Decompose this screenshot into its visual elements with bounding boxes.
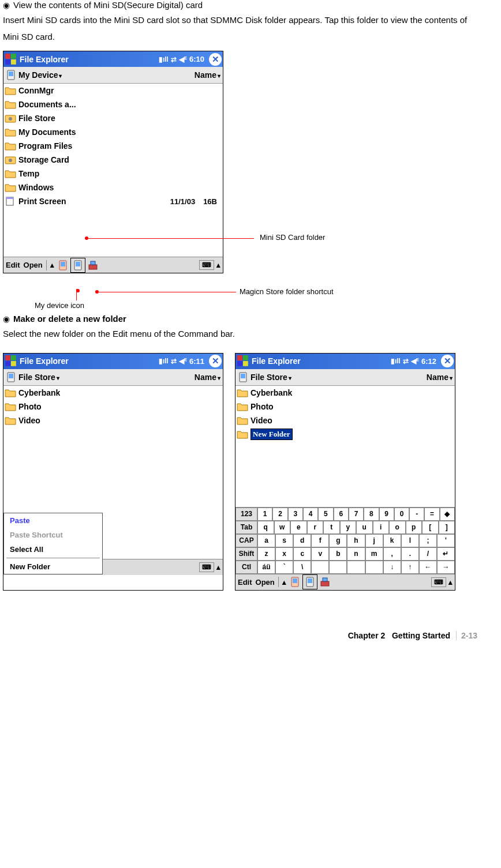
file-item[interactable]: Temp (3, 167, 223, 181)
location-dropdown[interactable]: File Store▾ (250, 373, 291, 382)
file-item[interactable]: Video (235, 414, 455, 427)
on-screen-keyboard[interactable]: 1231234567890-=◆Tabqwertyuiop[]CAPasdfgh… (235, 507, 455, 574)
key[interactable] (329, 561, 347, 574)
key[interactable]: ] (439, 521, 455, 534)
start-icon[interactable] (5, 53, 17, 66)
key[interactable]: j (365, 534, 383, 547)
key[interactable]: . (401, 547, 419, 561)
file-item[interactable]: My Documents (3, 125, 223, 139)
file-item[interactable]: Video (3, 414, 223, 427)
key[interactable] (311, 561, 329, 574)
close-button[interactable]: ✕ (209, 355, 222, 367)
key[interactable]: m (365, 547, 383, 561)
key[interactable]: ' (437, 534, 455, 547)
up-button[interactable]: ▴ (281, 578, 287, 587)
magicn-store-shortcut[interactable] (319, 576, 331, 588)
key[interactable]: 5 (318, 508, 333, 521)
key[interactable] (347, 561, 365, 574)
key[interactable]: c (293, 547, 311, 561)
key[interactable]: u (356, 521, 373, 534)
key[interactable]: [ (422, 521, 439, 534)
close-button[interactable]: ✕ (441, 355, 454, 367)
key[interactable]: → (437, 561, 455, 574)
key[interactable]: 123 (235, 508, 257, 521)
sort-dropdown[interactable]: Name▾ (427, 373, 453, 382)
file-item[interactable]: Windows (3, 181, 223, 194)
key[interactable]: l (401, 534, 419, 547)
key[interactable]: 7 (349, 508, 364, 521)
key[interactable]: w (274, 521, 291, 534)
key[interactable]: ◆ (440, 508, 455, 521)
key[interactable]: / (419, 547, 437, 561)
clock[interactable]: 6:12 (421, 357, 436, 366)
key[interactable]: Shift (235, 547, 257, 561)
menu-new-folder[interactable]: New Folder (4, 559, 102, 574)
file-store-shortcut[interactable] (70, 258, 85, 273)
key[interactable]: 1 (257, 508, 272, 521)
key[interactable]: 4 (303, 508, 318, 521)
key[interactable]: Tab (235, 521, 257, 534)
key[interactable]: v (311, 547, 329, 561)
file-item[interactable]: Program Files (3, 139, 223, 153)
key[interactable]: 8 (364, 508, 379, 521)
key[interactable]: - (409, 508, 424, 521)
file-item[interactable]: Photo (3, 400, 223, 414)
key[interactable]: 6 (334, 508, 349, 521)
menu-select-all[interactable]: Select All (4, 542, 102, 557)
file-store-shortcut[interactable] (302, 574, 317, 589)
start-icon[interactable] (5, 355, 17, 367)
key[interactable]: , (383, 547, 401, 561)
file-item[interactable]: Storage Card (3, 153, 223, 167)
file-item[interactable]: ConnMgr (3, 84, 223, 97)
clock[interactable]: 6:10 (189, 55, 204, 63)
key[interactable]: b (329, 547, 347, 561)
key[interactable]: n (347, 547, 365, 561)
key[interactable]: r (307, 521, 324, 534)
key[interactable]: = (424, 508, 439, 521)
key[interactable]: 3 (288, 508, 303, 521)
sip-arrow[interactable]: ▴ (215, 563, 222, 572)
key[interactable]: y (340, 521, 357, 534)
file-item[interactable]: File Store (3, 111, 223, 125)
speaker-icon[interactable]: ◀ᴱ (179, 55, 187, 63)
key[interactable]: ` (275, 561, 293, 574)
edit-menu[interactable]: Edit (5, 261, 21, 269)
magicn-store-shortcut[interactable] (87, 259, 99, 272)
speaker-icon[interactable]: ◀ᴱ (179, 357, 187, 365)
key[interactable]: ; (419, 534, 437, 547)
key[interactable]: h (347, 534, 365, 547)
key[interactable]: k (383, 534, 401, 547)
key[interactable]: ↑ (401, 561, 419, 574)
sync-icon[interactable]: ⇄ (171, 357, 177, 365)
signal-icon[interactable]: ▮ıll (159, 357, 169, 365)
key[interactable]: d (293, 534, 311, 547)
key[interactable]: 9 (379, 508, 394, 521)
my-device-shortcut[interactable] (289, 576, 301, 588)
close-button[interactable]: ✕ (209, 53, 222, 66)
key[interactable]: áü (257, 561, 275, 574)
key[interactable]: p (406, 521, 423, 534)
key[interactable]: t (323, 521, 340, 534)
keyboard-toggle[interactable]: ⌨ (199, 260, 214, 270)
key[interactable]: g (329, 534, 347, 547)
key[interactable]: e (290, 521, 307, 534)
sip-arrow[interactable]: ▴ (447, 578, 454, 587)
key[interactable]: f (311, 534, 329, 547)
file-item[interactable]: Photo (235, 400, 455, 414)
key[interactable]: CAP (235, 534, 257, 547)
key[interactable]: a (257, 534, 275, 547)
keyboard-toggle[interactable]: ⌨ (431, 577, 446, 587)
signal-icon[interactable]: ▮ıll (391, 357, 401, 365)
key[interactable]: x (275, 547, 293, 561)
open-menu[interactable]: Open (255, 578, 276, 587)
key[interactable] (365, 561, 383, 574)
start-icon[interactable] (237, 355, 249, 367)
key[interactable]: o (389, 521, 406, 534)
edit-menu[interactable]: Edit (237, 578, 253, 587)
file-item[interactable]: Cyberbank (235, 386, 455, 400)
sort-dropdown[interactable]: Name▾ (195, 373, 220, 382)
key[interactable]: ↓ (383, 561, 401, 574)
new-folder-item[interactable]: New Folder (235, 427, 455, 441)
location-dropdown[interactable]: My Device▾ (18, 70, 62, 80)
file-item[interactable]: Print Screen11/1/0316B (3, 194, 223, 208)
